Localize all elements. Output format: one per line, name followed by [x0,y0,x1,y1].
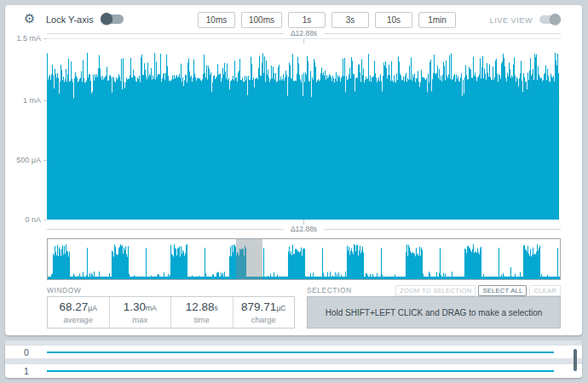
window-section-title: WINDOW [47,286,81,294]
digital-channel-trace [47,370,554,372]
time-button-3s[interactable]: 3s [331,12,369,28]
live-view-toggle[interactable] [539,15,560,24]
stat-time: 12.88stime [171,297,233,328]
digital-scrollbar-thumb[interactable] [574,349,577,371]
divider [5,358,582,364]
stat-value: 879.71µC [241,300,285,315]
main-panel: ⚙ Lock Y-axis 10ms100ms1s3s10s1min LIVE … [5,5,582,335]
time-button-10ms[interactable]: 10ms [198,12,235,28]
minimap-trace [52,244,558,279]
stat-value: 68.27µA [60,300,97,315]
time-range-buttons: 10ms100ms1s3s10s1min [198,12,456,28]
stat-value: 1.30mA [124,300,157,315]
minimap-chart[interactable] [47,238,561,280]
window-stats-box: 68.27µAaverage1.30mAmax12.88stime879.71µ… [47,296,295,329]
current-trace [48,53,559,220]
y-tick-label: 1.5 mA [7,33,41,43]
gear-icon[interactable]: ⚙ [24,11,35,26]
digital-channel-row-1[interactable]: 1 [5,364,582,377]
selection-hint-text: Hold SHIFT+LEFT CLICK and DRAG to make a… [326,308,543,317]
main-chart-delta-label: Δ12.88s [284,29,324,37]
stat-average: 68.27µAaverage [48,297,110,328]
time-button-10s[interactable]: 10s [375,12,412,28]
selection-button-clear[interactable]: CLEAR [529,285,561,296]
toggle-knob [550,14,561,25]
stat-label: charge [251,315,276,325]
live-view-label: LIVE VIEW [490,16,533,25]
selection-button-zoom-to-selection[interactable]: ZOOM TO SELECTION [395,285,476,296]
digital-channel-label: 1 [24,366,29,376]
stat-label: max [132,315,147,325]
time-button-1s[interactable]: 1s [288,12,326,28]
minimap-delta-label: Δ12.88s [284,225,324,233]
main-current-chart[interactable] [47,38,561,220]
stat-max: 1.30mAmax [110,297,172,328]
y-tick-mark [43,220,47,220]
main-chart-delta-row: Δ12.88s [47,29,561,37]
minimap-delta-row: Δ12.88s [47,225,561,233]
digital-channel-row-0[interactable]: 0 [5,346,582,358]
delta-rule [324,33,561,34]
stat-value: 12.88s [186,300,218,315]
delta-rule [47,33,284,34]
selection-hint-box[interactable]: Hold SHIFT+LEFT CLICK and DRAG to make a… [307,296,561,329]
toggle-knob [101,13,112,25]
delta-rule [324,229,561,230]
stat-charge: 879.71µCcharge [233,297,295,328]
minimap-baseline [48,277,560,279]
delta-rule [47,229,284,230]
lock-y-axis-label: Lock Y-axis [46,14,94,25]
digital-channels-panel: 01 [5,340,582,378]
minimap-svg [48,239,560,279]
y-tick-label: 1 mA [7,95,41,106]
y-tick-label: 500 µA [7,155,41,165]
stat-label: time [194,315,210,325]
lock-y-axis-toggle[interactable] [101,14,124,24]
selection-buttons: ZOOM TO SELECTIONSELECT ALLCLEAR [395,285,561,296]
digital-channel-label: 0 [24,347,29,357]
time-button-1min[interactable]: 1min [418,12,456,28]
stat-label: average [64,315,93,325]
minimap-selection-window[interactable] [236,239,262,279]
time-button-100ms[interactable]: 100ms [241,12,282,28]
selection-section-title: SELECTION [307,286,352,294]
y-tick-label: 0 nA [7,214,41,225]
selection-button-select-all[interactable]: SELECT ALL [478,285,527,296]
digital-channel-trace [47,352,554,353]
